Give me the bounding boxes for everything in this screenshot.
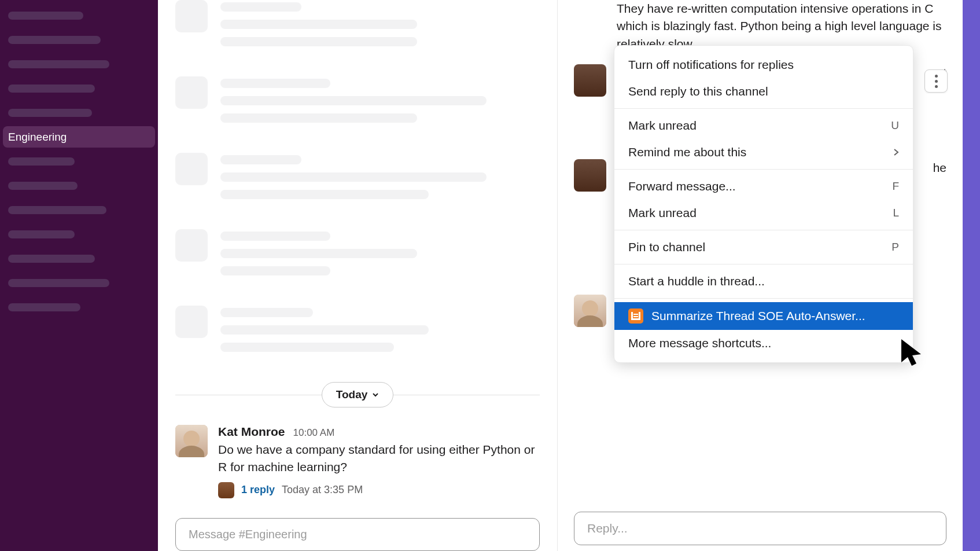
sidebar-item[interactable] [0, 272, 158, 293]
menu-item[interactable]: Start a huddle in thread... [614, 268, 913, 295]
avatar[interactable] [175, 425, 208, 457]
date-divider-label: Today [336, 388, 368, 401]
skeleton-line [220, 155, 301, 164]
skeleton-avatar [175, 76, 208, 109]
menu-item[interactable]: Remind me about this [614, 139, 913, 166]
channel-message: Kat Monroe 10:00 AM Do we have a company… [175, 425, 540, 498]
menu-item-label: More message shortcuts... [628, 336, 771, 350]
right-edge-strip [963, 0, 980, 551]
sidebar-item[interactable] [0, 248, 158, 269]
reply-strip[interactable]: 1 reply Today at 3:35 PM [218, 482, 540, 498]
skeleton-line [8, 279, 109, 287]
menu-item[interactable]: Summarize Thread SOE Auto-Answer... [614, 302, 913, 330]
skeleton-line [220, 249, 417, 258]
menu-item-label: Pin to channel [628, 240, 705, 254]
context-menu: Turn off notifications for repliesSend r… [614, 45, 913, 363]
avatar[interactable] [574, 159, 606, 192]
date-divider-pill[interactable]: Today [322, 382, 394, 407]
sidebar-item-engineering[interactable]: Engineering [3, 126, 155, 148]
skeleton-line [8, 85, 95, 93]
menu-separator [614, 169, 913, 170]
menu-shortcut: L [893, 207, 899, 219]
skeleton-message [175, 306, 540, 360]
skeleton-line [220, 172, 487, 182]
sidebar-item[interactable] [0, 199, 158, 221]
stackoverflow-icon [628, 308, 643, 324]
menu-item[interactable]: Turn off notifications for replies [614, 52, 913, 78]
thread-composer[interactable]: Reply... [574, 512, 946, 545]
reply-avatar [218, 482, 234, 498]
channel-messages: Today Kat Monroe 10:00 AM Do we have a c… [158, 0, 557, 502]
skeleton-line [220, 190, 429, 199]
date-divider: Today [175, 382, 540, 407]
skeleton-line [220, 20, 417, 29]
message-text: Do we have a company standard for using … [218, 441, 540, 476]
menu-shortcut: U [891, 119, 899, 132]
sidebar-item-label: Engineering [8, 131, 67, 144]
menu-item-label: Start a huddle in thread... [628, 274, 765, 288]
sidebar-item[interactable] [0, 296, 158, 318]
menu-separator [614, 230, 913, 230]
chevron-right-icon [893, 145, 899, 159]
sidebar-item[interactable] [0, 150, 158, 172]
sidebar-item[interactable] [0, 5, 158, 26]
menu-item[interactable]: Mark unreadU [614, 112, 913, 139]
menu-item-label: Turn off notifications for replies [628, 58, 794, 72]
channel-pane: Today Kat Monroe 10:00 AM Do we have a c… [158, 0, 558, 551]
skeleton-line [8, 157, 75, 166]
more-icon [935, 75, 938, 88]
sidebar-item[interactable] [0, 29, 158, 50]
skeleton-line [220, 37, 417, 46]
reply-time: Today at 3:35 PM [282, 484, 363, 496]
sidebar-item[interactable] [0, 53, 158, 75]
menu-item-label: Send reply to this channel [628, 85, 768, 98]
sidebar-item[interactable] [0, 102, 158, 123]
skeleton-line [220, 2, 301, 12]
sidebar-item[interactable] [0, 78, 158, 99]
more-actions-button[interactable] [924, 69, 948, 93]
skeleton-avatar [175, 229, 208, 262]
skeleton-line [220, 325, 429, 335]
menu-separator [614, 298, 913, 299]
menu-item[interactable]: Pin to channelP [614, 234, 913, 260]
reply-count: 1 reply [241, 484, 275, 496]
skeleton-line [8, 36, 101, 44]
composer-placeholder: Reply... [587, 521, 628, 535]
sidebar: Engineering [0, 0, 158, 551]
menu-item-label: Mark unread [628, 206, 697, 220]
skeleton-avatar [175, 306, 208, 338]
menu-item-label: Forward message... [628, 179, 736, 193]
menu-separator [614, 108, 913, 109]
avatar[interactable] [574, 295, 606, 327]
composer-placeholder: Message #Engineering [189, 528, 307, 541]
menu-shortcut: P [891, 241, 899, 254]
skeleton-line [8, 109, 92, 117]
skeleton-line [8, 60, 109, 68]
sidebar-item[interactable] [0, 175, 158, 196]
skeleton-line [8, 206, 106, 214]
avatar[interactable] [574, 64, 606, 97]
menu-item[interactable]: Mark unreadL [614, 200, 913, 226]
skeleton-line [220, 96, 487, 105]
skeleton-line [8, 303, 80, 311]
skeleton-line [220, 232, 330, 241]
skeleton-line [8, 230, 75, 238]
skeleton-line [8, 12, 83, 20]
message-author[interactable]: Kat Monroe [218, 425, 285, 439]
menu-shortcut: F [892, 180, 899, 193]
skeleton-message [175, 229, 540, 284]
skeleton-message [175, 76, 540, 131]
menu-item[interactable]: More message shortcuts... [614, 330, 913, 357]
sidebar-item[interactable] [0, 223, 158, 245]
chevron-down-icon [372, 391, 379, 398]
skeleton-line [8, 255, 95, 263]
skeleton-line [220, 266, 330, 276]
skeleton-line [220, 308, 313, 317]
channel-composer[interactable]: Message #Engineering [175, 518, 540, 551]
message-time: 10:00 AM [293, 427, 335, 439]
menu-item[interactable]: Send reply to this channel [614, 78, 913, 105]
menu-item[interactable]: Forward message...F [614, 173, 913, 200]
skeleton-avatar [175, 0, 208, 32]
message-content: Kat Monroe 10:00 AM Do we have a company… [218, 425, 540, 498]
skeleton-line [220, 343, 394, 352]
